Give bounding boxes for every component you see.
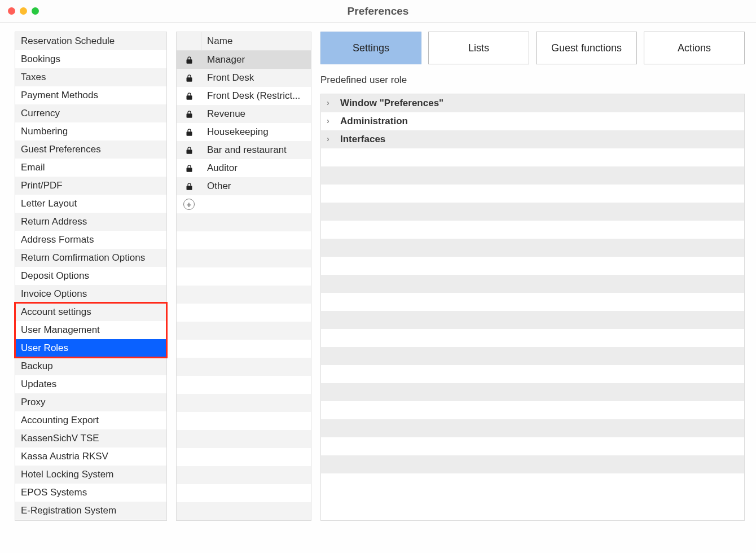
role-row	[177, 249, 311, 267]
role-name: Housekeeping	[201, 126, 311, 138]
sidebar-item[interactable]: KassenSichV TSE	[15, 429, 166, 447]
sidebar-item[interactable]: Guest Preferences	[15, 141, 166, 159]
roles-panel: Name ManagerFront DeskFront Desk (Restri…	[176, 32, 311, 521]
lock-icon	[185, 128, 194, 137]
role-row	[177, 448, 311, 466]
chevron-right-icon: ›	[327, 134, 336, 143]
roles-header-icon-col	[177, 32, 201, 50]
sidebar-item[interactable]: Numbering	[15, 122, 166, 141]
sidebar-item[interactable]: Updates	[15, 375, 166, 393]
role-row	[177, 231, 311, 249]
role-row	[177, 304, 311, 322]
role-row	[177, 322, 311, 340]
tab[interactable]: Guest functions	[536, 32, 637, 64]
sidebar-item[interactable]: Proxy	[15, 393, 166, 411]
role-row[interactable]: Revenue	[177, 105, 311, 123]
role-row	[177, 412, 311, 430]
permission-group[interactable]: ›Window "Preferences"	[321, 94, 744, 112]
sidebar-item[interactable]: User Management	[15, 321, 166, 339]
add-role-icon[interactable]: +	[183, 199, 195, 210]
lock-icon	[185, 56, 194, 64]
minimize-icon[interactable]	[20, 7, 27, 15]
permission-group[interactable]: ›Interfaces	[321, 130, 744, 148]
section-label: Predefined user role	[320, 74, 745, 86]
sidebar-highlight-box: Account settingsUser ManagementUser Role…	[15, 303, 166, 357]
sidebar-item[interactable]: Account settings	[15, 303, 166, 321]
permission-row-empty	[321, 148, 744, 166]
sidebar-item[interactable]: Currency	[15, 104, 166, 122]
sidebar-item[interactable]: Address Formats	[15, 231, 166, 249]
sidebar-item[interactable]: Letter Layout	[15, 195, 166, 213]
sidebar-item[interactable]: Invoice Options	[15, 285, 166, 303]
sidebar-item[interactable]: Kassa Austria RKSV	[15, 447, 166, 466]
close-icon[interactable]	[8, 7, 15, 15]
role-row[interactable]: Manager	[177, 51, 311, 69]
sidebar-item[interactable]: Hotel Locking System	[15, 466, 166, 484]
sidebar-item-label: Invoice Options	[21, 288, 87, 299]
permission-row-empty	[321, 293, 744, 311]
permission-row-empty	[321, 437, 744, 455]
permission-group-label: Administration	[340, 116, 408, 127]
sidebar-item[interactable]: EPOS Systems	[15, 484, 166, 502]
sidebar-item-label: Print/PDF	[21, 180, 63, 191]
sidebar-item[interactable]: Backup	[15, 357, 166, 375]
detail-tabbar: SettingsListsGuest functionsActions	[320, 32, 745, 64]
permission-row-empty	[321, 383, 744, 401]
sidebar-item[interactable]: Bookings	[15, 50, 166, 68]
role-icon-cell	[177, 164, 201, 173]
tab-label: Actions	[678, 42, 711, 54]
role-row[interactable]: Front Desk (Restrict...	[177, 87, 311, 105]
permission-row-empty	[321, 239, 744, 257]
permission-row-empty	[321, 365, 744, 383]
permission-group-label: Interfaces	[340, 134, 385, 145]
role-icon-cell	[177, 182, 201, 191]
tab[interactable]: Lists	[428, 32, 529, 64]
sidebar-item[interactable]: Taxes	[15, 68, 166, 86]
sidebar-item[interactable]: Return Address	[15, 213, 166, 231]
permission-group[interactable]: ›Administration	[321, 112, 744, 130]
sidebar-item-label: Return Comfirmation Options	[21, 252, 145, 263]
sidebar-item[interactable]: Accounting Export	[15, 411, 166, 429]
maximize-icon[interactable]	[32, 7, 39, 15]
role-row	[177, 502, 311, 520]
tab[interactable]: Actions	[644, 32, 745, 64]
role-row	[177, 358, 311, 376]
sidebar-item-label: Currency	[21, 108, 60, 118]
tab[interactable]: Settings	[320, 32, 421, 64]
role-row	[177, 286, 311, 304]
role-icon-cell	[177, 56, 201, 64]
chevron-right-icon: ›	[327, 98, 336, 107]
role-name: Revenue	[201, 108, 311, 120]
lock-icon	[185, 74, 194, 82]
sidebar-item[interactable]: Return Comfirmation Options	[15, 249, 166, 267]
lock-icon	[185, 164, 194, 173]
sidebar-item[interactable]: Email	[15, 159, 166, 177]
permissions-list: ›Window "Preferences"›Administration›Int…	[320, 94, 745, 521]
sidebar-item-label: Hotel Locking System	[21, 469, 113, 480]
sidebar-item[interactable]: E-Registration System	[15, 502, 166, 520]
role-row[interactable]: Auditor	[177, 159, 311, 177]
sidebar-item[interactable]: User Roles	[15, 339, 166, 357]
role-row[interactable]: Other	[177, 177, 311, 195]
tab-label: Lists	[468, 42, 489, 54]
sidebar-item[interactable]: Reservation Schedule	[15, 32, 166, 50]
sidebar-item[interactable]: Deposit Options	[15, 267, 166, 285]
role-row[interactable]: +	[177, 195, 311, 213]
role-row[interactable]: Housekeeping	[177, 123, 311, 141]
sidebar-item-label: Deposit Options	[21, 270, 89, 281]
role-row	[177, 340, 311, 358]
sidebar-item-label: Numbering	[21, 126, 68, 137]
role-icon-cell	[177, 146, 201, 155]
sidebar-item[interactable]: Print/PDF	[15, 177, 166, 195]
role-icon-cell	[177, 128, 201, 137]
sidebar-item-label: Taxes	[21, 72, 46, 82]
sidebar-item[interactable]: Payment Methods	[15, 86, 166, 104]
lock-icon	[185, 146, 194, 155]
permission-group-label: Window "Preferences"	[340, 98, 443, 109]
sidebar-item-label: Account settings	[21, 306, 91, 317]
role-row[interactable]: Front Desk	[177, 69, 311, 87]
role-row	[177, 466, 311, 484]
role-row[interactable]: Bar and restaurant	[177, 141, 311, 159]
roles-header-row: Name	[177, 32, 311, 51]
window-controls	[0, 7, 39, 15]
